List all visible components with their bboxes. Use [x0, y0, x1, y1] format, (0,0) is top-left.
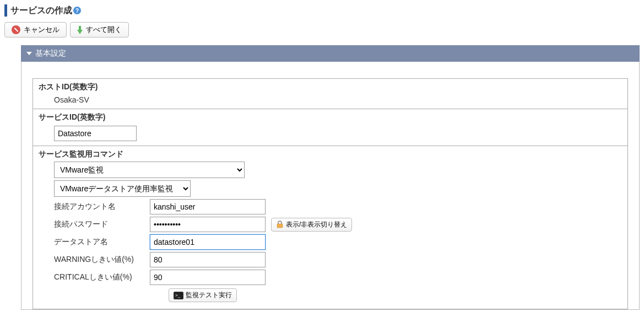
- page-title-wrap: サービスの作成 ?: [4, 4, 640, 17]
- monitor-command-label: サービス監視用コマンド: [39, 149, 622, 159]
- warning-input[interactable]: [150, 252, 266, 267]
- toggle-visibility-button[interactable]: 表示/非表示切り替え: [271, 218, 352, 232]
- lock-icon: [276, 221, 284, 228]
- datastore-label: データストア名: [54, 237, 149, 247]
- critical-input[interactable]: [150, 270, 266, 285]
- account-label: 接続アカウント名: [54, 202, 149, 212]
- section-body: ホストID(英数字) Osaka-SV サービスID(英数字) サービス監視用コ…: [21, 62, 640, 310]
- service-id-label: サービスID(英数字): [39, 112, 622, 122]
- datastore-input[interactable]: [150, 234, 266, 250]
- terminal-icon: [174, 292, 183, 299]
- help-icon[interactable]: ?: [73, 7, 81, 14]
- password-label: 接続パスワード: [54, 219, 149, 229]
- monitor-test-button[interactable]: 監視テスト実行: [169, 288, 237, 302]
- form-table: ホストID(英数字) Osaka-SV サービスID(英数字) サービス監視用コ…: [33, 78, 628, 309]
- toggle-visibility-label: 表示/非表示切り替え: [286, 220, 347, 229]
- service-id-input[interactable]: [54, 126, 137, 141]
- toolbar: キャンセル すべて開く: [4, 22, 640, 37]
- monitor-type-select[interactable]: VMware監視: [54, 162, 245, 178]
- section-title: 基本設定: [35, 49, 66, 58]
- monitor-test-label: 監視テスト実行: [186, 291, 232, 300]
- cancel-label: キャンセル: [24, 25, 59, 35]
- host-id-value: Osaka-SV: [39, 93, 622, 105]
- monitor-subtype-select[interactable]: VMwareデータストア使用率監視: [54, 180, 191, 197]
- title-bar: [4, 4, 7, 17]
- collapse-icon: [26, 52, 32, 55]
- expand-all-label: すべて開く: [86, 25, 122, 35]
- svg-rect-0: [277, 224, 283, 228]
- section-header[interactable]: 基本設定: [21, 45, 640, 62]
- section-basic-settings: 基本設定 ホストID(英数字) Osaka-SV サービスID(英数字): [21, 45, 640, 310]
- page-title: サービスの作成: [10, 5, 72, 17]
- warning-label: WARNINGしきい値(%): [54, 255, 149, 265]
- expand-all-button[interactable]: すべて開く: [70, 22, 129, 37]
- critical-label: CRITICALしきい値(%): [54, 272, 149, 282]
- account-input[interactable]: [150, 199, 266, 214]
- password-input[interactable]: [150, 217, 266, 232]
- arrow-down-icon: [77, 30, 83, 34]
- cancel-icon: [12, 25, 20, 34]
- host-id-label: ホストID(英数字): [39, 82, 622, 92]
- cancel-button[interactable]: キャンセル: [4, 22, 67, 37]
